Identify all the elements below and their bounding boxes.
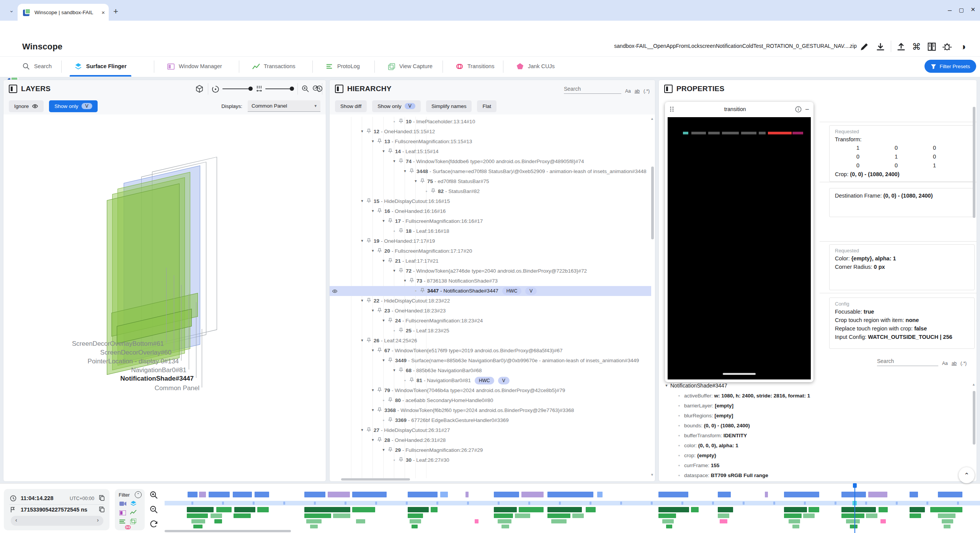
collapse-arrow-icon[interactable]: ▼ — [391, 366, 398, 375]
pin-icon[interactable] — [388, 417, 393, 422]
current-time[interactable]: 11:04:14.228 — [21, 495, 53, 501]
hierarchy-row[interactable]: ▼75- ed70f88 StatusBar#75 — [330, 177, 651, 186]
rotation-slider[interactable] — [222, 88, 252, 89]
property-tree-item[interactable]: ●color: (0, 0, 0), alpha: 1 — [674, 441, 970, 451]
properties-search-input[interactable] — [877, 356, 938, 366]
pin-icon[interactable] — [366, 427, 371, 432]
collapse-arrow-icon[interactable]: ▼ — [359, 296, 366, 306]
dark-mode-toggle-icon[interactable]: ◑ — [958, 41, 969, 52]
collapse-arrow-icon[interactable]: ▼ — [369, 386, 376, 395]
pin-icon[interactable] — [377, 139, 382, 144]
layer-label[interactable]: NotificationShade#3447 — [3, 375, 194, 383]
minimize-overlay-icon[interactable]: – — [805, 106, 809, 113]
tab-search[interactable]: Search — [14, 57, 60, 76]
pin-icon[interactable] — [377, 208, 382, 213]
tab-jank-cujs[interactable]: Jank CUJs — [508, 57, 563, 76]
property-tree-item[interactable]: ●barrierLayer: [empty] — [674, 401, 970, 411]
property-tree-item[interactable]: ●blurRegions: [empty] — [674, 411, 970, 421]
collapse-arrow-icon[interactable]: ▼ — [412, 177, 419, 186]
hierarchy-row[interactable]: ▼19- OneHanded:17:17#19 — [330, 236, 651, 246]
property-tree-item[interactable]: ●bufferTransform: IDENTITY — [674, 431, 970, 441]
collapse-arrow-icon[interactable]: ▼ — [380, 445, 387, 455]
collapse-arrow-icon[interactable]: ▼ — [402, 276, 408, 286]
edit-icon[interactable] — [859, 41, 870, 52]
hierarchy-row[interactable]: ▼22- HideDisplayCutout:18:23#22 — [330, 296, 651, 306]
tree-scroll-up-arrow[interactable]: ▲ — [972, 383, 975, 386]
hierarchy-row[interactable]: ●3447- NotificationShade#3447HWCV — [330, 286, 651, 296]
transition-overlay-header[interactable]: transition – — [665, 102, 813, 116]
transitions-filter-icon[interactable] — [125, 524, 131, 530]
pin-icon[interactable] — [388, 447, 393, 452]
pin-icon[interactable] — [366, 338, 371, 343]
spacing-icon[interactable] — [255, 85, 263, 93]
layers-3d-view[interactable]: ScreenDecorOverlayBottom#61ScreenDecorOv… — [3, 114, 326, 481]
collapse-arrow-icon[interactable]: ▼ — [380, 316, 387, 325]
transactions-filter-icon[interactable] — [130, 510, 137, 515]
hierarchy-row[interactable]: ▼27- HideDisplayCutout:26:31#27 — [330, 425, 651, 435]
prev-entry-button[interactable]: ‹ — [15, 517, 17, 523]
layer-label[interactable]: Common Panel — [3, 384, 199, 392]
hierarchy-row[interactable]: ▼79- WindowToken{7046b4a type=2024 andro… — [330, 386, 651, 396]
pin-icon[interactable] — [377, 407, 382, 412]
layer-label[interactable]: NavigationBar0#81 — [3, 366, 186, 374]
tab-search-chevron-icon[interactable]: ⌄ — [5, 4, 18, 16]
drag-handle-icon[interactable] — [670, 106, 675, 112]
property-tree-item[interactable]: ●crop: {empty} — [674, 451, 970, 461]
show-diff-button[interactable]: Show diff — [335, 100, 367, 112]
flat-button[interactable]: Flat — [477, 100, 497, 112]
view-capture-filter-icon[interactable] — [130, 518, 136, 524]
collapse-properties-button[interactable]: ⌃ — [959, 467, 975, 483]
collapse-arrow-icon[interactable]: ▼ — [359, 127, 366, 136]
pin-icon[interactable] — [388, 397, 393, 402]
window-manager-filter-icon[interactable] — [119, 510, 126, 515]
tab-view-capture[interactable]: View Capture — [379, 57, 441, 76]
tab-transactions[interactable]: Transactions — [243, 57, 304, 76]
hierarchy-row[interactable]: ▼29- FullscreenMagnification:26:27#29 — [330, 445, 651, 455]
tab-transitions[interactable]: Transitions — [447, 57, 503, 76]
hierarchy-row[interactable]: ▼14- Leaf:15:15#14 — [330, 147, 651, 157]
hierarchy-row[interactable]: ▼24- FullscreenMagnification:18:23#24 — [330, 316, 651, 326]
hierarchy-row[interactable]: ▼73- 8736138 NotificationShade#73 — [330, 276, 651, 286]
pin-icon[interactable] — [420, 178, 425, 183]
scroll-down-arrow[interactable]: ▼ — [650, 473, 654, 477]
tab-window-manager[interactable]: Window Manager — [158, 57, 230, 76]
collapse-arrow-icon[interactable]: ▼ — [391, 157, 398, 166]
collapse-arrow-icon[interactable]: ▼ — [391, 266, 398, 276]
hierarchy-row[interactable]: ▼72- WindowToken{a2746de type=2040 andro… — [330, 266, 651, 276]
pin-icon[interactable] — [399, 368, 403, 373]
shortcuts-icon[interactable]: ⌘ — [911, 41, 922, 52]
hierarchy-row[interactable]: ▼12- OneHanded:15:15#12 — [330, 127, 651, 137]
layer-label[interactable]: ScreenDecorOverlayBottom#61 — [3, 340, 164, 348]
window-minimize-button[interactable]: – — [948, 6, 952, 14]
pin-icon[interactable] — [399, 159, 403, 163]
scroll-up-arrow[interactable]: ▲ — [650, 117, 654, 121]
property-tree-item[interactable]: ●dataspace: BT709 sRGB Full range — [674, 471, 970, 481]
whole-word-icon[interactable]: ab — [952, 361, 957, 366]
timeline-hscrollbar[interactable] — [165, 530, 291, 532]
pin-icon[interactable] — [377, 348, 382, 353]
hierarchy-row[interactable]: ▼67- WindowToken{e5176f9 type=2019 andro… — [330, 346, 651, 356]
collapse-filter-icon[interactable]: ⌃ — [135, 491, 142, 498]
hierarchy-row[interactable]: ▼20- FullscreenMagnification:17:17#20 — [330, 246, 651, 256]
cube-3d-icon[interactable] — [195, 85, 204, 94]
hierarchy-vscrollbar[interactable] — [651, 167, 654, 239]
hierarchy-search-input[interactable] — [564, 84, 621, 94]
hierarchy-row[interactable]: ▼3448- Surface(name=ed70f88 StatusBar)/@… — [330, 167, 651, 177]
hierarchy-row[interactable]: ▼3368- WindowToken{f6b2f60 type=2024 and… — [330, 405, 651, 415]
pin-icon[interactable] — [409, 278, 414, 283]
hierarchy-hscrollbar[interactable] — [341, 478, 410, 481]
hierarchy-row[interactable]: ●18- Leaf:16:16#18 — [330, 226, 651, 236]
download-icon[interactable] — [875, 41, 886, 52]
hierarchy-row[interactable]: ●81- NavigationBar0#81HWCV — [330, 376, 651, 386]
simplify-names-button[interactable]: Simplify names — [426, 100, 472, 112]
collapse-arrow-icon[interactable]: ▼ — [369, 206, 376, 216]
spacing-slider[interactable] — [265, 88, 293, 89]
pin-icon[interactable] — [377, 437, 382, 442]
bug-report-icon[interactable] — [942, 41, 952, 52]
show-only-button[interactable]: Show only V — [49, 100, 98, 112]
pin-icon[interactable] — [399, 119, 403, 124]
collapse-arrow-icon[interactable]: ▼ — [369, 246, 376, 256]
hierarchy-row[interactable]: ▼23- OneHanded:18:23#23 — [330, 306, 651, 316]
pin-icon[interactable] — [399, 268, 403, 273]
hierarchy-row[interactable]: ▼26- Leaf:24:25#26 — [330, 336, 651, 346]
